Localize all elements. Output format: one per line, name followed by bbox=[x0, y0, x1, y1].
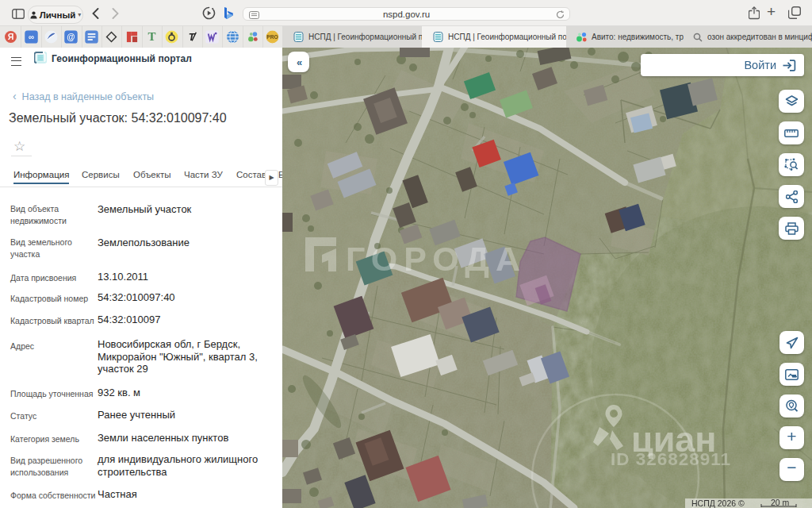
svg-text:ID 326828911: ID 326828911 bbox=[611, 449, 731, 469]
svg-text:@: @ bbox=[67, 32, 75, 41]
svg-text:T: T bbox=[188, 32, 195, 43]
svg-text:Я: Я bbox=[8, 32, 14, 41]
svg-text:Т: Т bbox=[147, 30, 155, 43]
svg-text:∞: ∞ bbox=[29, 33, 34, 41]
svg-text:PRO: PRO bbox=[267, 34, 278, 40]
svg-text:НСПД 2026 ©: НСПД 2026 © bbox=[691, 498, 745, 508]
svg-text:ГОРОДА: ГОРОДА bbox=[346, 240, 527, 278]
svg-text:20 m: 20 m bbox=[771, 498, 790, 507]
